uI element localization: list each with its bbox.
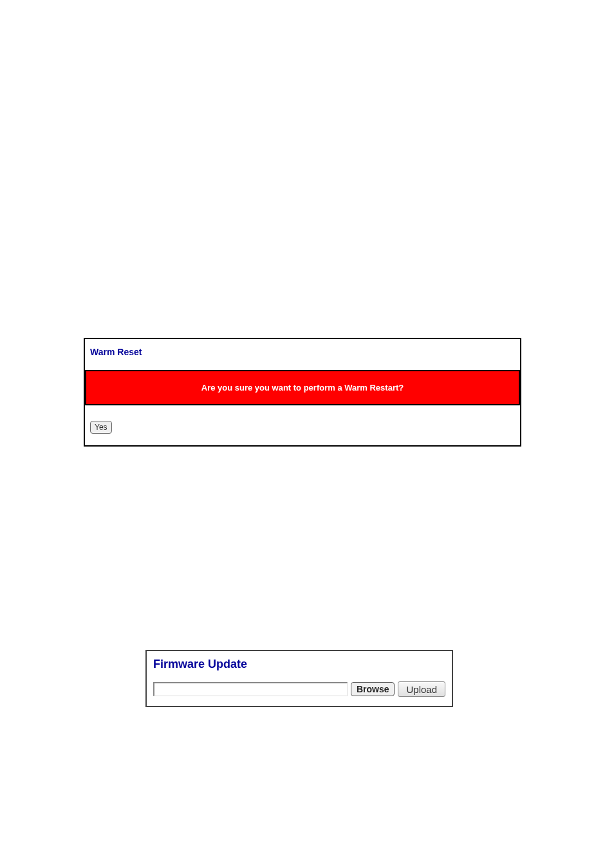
- firmware-update-row: Browse Upload: [147, 681, 452, 706]
- firmware-update-panel: Firmware Update Browse Upload: [145, 650, 453, 707]
- warm-reset-title: Warm Reset: [85, 339, 520, 370]
- firmware-file-input[interactable]: [153, 682, 348, 696]
- upload-button[interactable]: Upload: [398, 681, 445, 697]
- warm-reset-panel: Warm Reset Are you sure you want to perf…: [84, 338, 521, 447]
- yes-button[interactable]: Yes: [90, 421, 112, 434]
- browse-button[interactable]: Browse: [351, 682, 395, 696]
- firmware-update-title: Firmware Update: [147, 651, 452, 681]
- warm-reset-confirm-banner: Are you sure you want to perform a Warm …: [85, 370, 520, 405]
